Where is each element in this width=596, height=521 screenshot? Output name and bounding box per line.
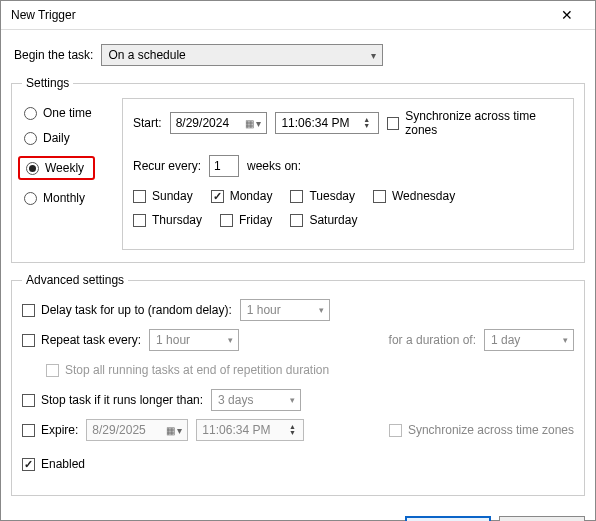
begin-task-label: Begin the task: bbox=[14, 48, 93, 62]
repeat-value: 1 hour bbox=[156, 333, 190, 347]
close-button[interactable]: ✕ bbox=[547, 1, 587, 29]
day-wednesday-label: Wednesday bbox=[392, 189, 455, 203]
sync-timezones-label: Synchronize across time zones bbox=[405, 109, 563, 137]
settings-legend: Settings bbox=[22, 76, 73, 90]
chevron-down-icon: ▾ bbox=[290, 395, 295, 405]
begin-task-combo[interactable]: On a schedule ▾ bbox=[101, 44, 383, 66]
close-icon: ✕ bbox=[561, 7, 573, 23]
day-tuesday-label: Tuesday bbox=[309, 189, 355, 203]
day-friday[interactable]: Friday bbox=[220, 213, 272, 227]
start-time-value: 11:06:34 PM bbox=[281, 116, 349, 130]
expire-time-value: 11:06:34 PM bbox=[202, 423, 270, 437]
checkbox-icon bbox=[133, 214, 146, 227]
start-time-picker[interactable]: 11:06:34 PM ▲▼ bbox=[275, 112, 378, 134]
delay-checkbox[interactable]: Delay task for up to (random delay): bbox=[22, 303, 232, 317]
day-tuesday[interactable]: Tuesday bbox=[290, 189, 355, 203]
radio-icon bbox=[26, 162, 39, 175]
spinner-icon: ▲▼ bbox=[286, 424, 298, 436]
checkbox-icon bbox=[389, 424, 402, 437]
expire-sync-label: Synchronize across time zones bbox=[408, 423, 574, 437]
radio-icon bbox=[24, 192, 37, 205]
checkbox-icon bbox=[22, 334, 35, 347]
stop-long-label: Stop task if it runs longer than: bbox=[41, 393, 203, 407]
for-duration-combo[interactable]: 1 day ▾ bbox=[484, 329, 574, 351]
expire-label: Expire: bbox=[41, 423, 78, 437]
checkbox-icon bbox=[373, 190, 386, 203]
freq-weekly[interactable]: Weekly bbox=[18, 156, 95, 180]
day-sunday-label: Sunday bbox=[152, 189, 193, 203]
radio-icon bbox=[24, 107, 37, 120]
checkbox-icon bbox=[22, 304, 35, 317]
stop-all-label: Stop all running tasks at end of repetit… bbox=[65, 363, 329, 377]
freq-monthly[interactable]: Monthly bbox=[24, 191, 112, 205]
checkbox-icon bbox=[220, 214, 233, 227]
advanced-legend: Advanced settings bbox=[22, 273, 128, 287]
for-duration-value: 1 day bbox=[491, 333, 520, 347]
day-saturday[interactable]: Saturday bbox=[290, 213, 357, 227]
freq-weekly-label: Weekly bbox=[45, 161, 84, 175]
expire-date-picker[interactable]: 8/29/2025 ▦ ▾ bbox=[86, 419, 188, 441]
window-title: New Trigger bbox=[11, 8, 547, 22]
calendar-dropdown-icon: ▦ ▾ bbox=[245, 118, 262, 129]
start-date-value: 8/29/2024 bbox=[176, 116, 229, 130]
expire-time-picker[interactable]: 11:06:34 PM ▲▼ bbox=[196, 419, 304, 441]
checkbox-icon bbox=[133, 190, 146, 203]
sync-timezones-checkbox[interactable]: Synchronize across time zones bbox=[387, 109, 563, 137]
cancel-button[interactable]: Cancel bbox=[499, 516, 585, 521]
chevron-down-icon: ▾ bbox=[563, 335, 568, 345]
settings-group: Settings One time Daily Weekly bbox=[11, 76, 585, 263]
checkbox-icon bbox=[22, 424, 35, 437]
chevron-down-icon: ▾ bbox=[319, 305, 324, 315]
begin-task-value: On a schedule bbox=[108, 48, 185, 62]
start-date-picker[interactable]: 8/29/2024 ▦ ▾ bbox=[170, 112, 268, 134]
checkbox-icon bbox=[22, 394, 35, 407]
expire-sync-checkbox: Synchronize across time zones bbox=[389, 423, 574, 437]
spinner-icon: ▲▼ bbox=[361, 117, 373, 129]
checkbox-icon bbox=[22, 458, 35, 471]
checkbox-icon bbox=[290, 190, 303, 203]
checkbox-icon bbox=[387, 117, 399, 130]
freq-daily[interactable]: Daily bbox=[24, 131, 112, 145]
weeks-on-label: weeks on: bbox=[247, 159, 301, 173]
radio-icon bbox=[24, 132, 37, 145]
recur-weeks-input[interactable]: 1 bbox=[209, 155, 239, 177]
day-thursday-label: Thursday bbox=[152, 213, 202, 227]
expire-checkbox[interactable]: Expire: bbox=[22, 423, 78, 437]
stop-long-checkbox[interactable]: Stop task if it runs longer than: bbox=[22, 393, 203, 407]
chevron-down-icon: ▾ bbox=[228, 335, 233, 345]
freq-one-time[interactable]: One time bbox=[24, 106, 112, 120]
repeat-combo[interactable]: 1 hour ▾ bbox=[149, 329, 239, 351]
checkbox-icon bbox=[211, 190, 224, 203]
day-wednesday[interactable]: Wednesday bbox=[373, 189, 455, 203]
day-sunday[interactable]: Sunday bbox=[133, 189, 193, 203]
ok-button[interactable]: OK bbox=[405, 516, 491, 521]
chevron-down-icon: ▾ bbox=[371, 50, 376, 61]
delay-value: 1 hour bbox=[247, 303, 281, 317]
day-monday[interactable]: Monday bbox=[211, 189, 273, 203]
enabled-checkbox[interactable]: Enabled bbox=[22, 457, 85, 471]
repeat-checkbox[interactable]: Repeat task every: bbox=[22, 333, 141, 347]
stop-long-combo[interactable]: 3 days ▾ bbox=[211, 389, 301, 411]
for-duration-label: for a duration of: bbox=[389, 333, 476, 347]
calendar-dropdown-icon: ▦ ▾ bbox=[166, 425, 183, 436]
freq-monthly-label: Monthly bbox=[43, 191, 85, 205]
recur-label: Recur every: bbox=[133, 159, 201, 173]
schedule-panel: Start: 8/29/2024 ▦ ▾ 11:06:34 PM ▲▼ Sync… bbox=[122, 98, 574, 250]
titlebar: New Trigger ✕ bbox=[1, 1, 595, 30]
new-trigger-dialog: New Trigger ✕ Begin the task: On a sched… bbox=[0, 0, 596, 521]
stop-long-value: 3 days bbox=[218, 393, 253, 407]
stop-all-checkbox: Stop all running tasks at end of repetit… bbox=[46, 363, 329, 377]
advanced-group: Advanced settings Delay task for up to (… bbox=[11, 273, 585, 496]
freq-daily-label: Daily bbox=[43, 131, 70, 145]
checkbox-icon bbox=[290, 214, 303, 227]
freq-one-time-label: One time bbox=[43, 106, 92, 120]
start-label: Start: bbox=[133, 116, 162, 130]
day-friday-label: Friday bbox=[239, 213, 272, 227]
checkbox-icon bbox=[46, 364, 59, 377]
delay-combo[interactable]: 1 hour ▾ bbox=[240, 299, 330, 321]
day-saturday-label: Saturday bbox=[309, 213, 357, 227]
recur-weeks-value: 1 bbox=[214, 159, 221, 173]
day-thursday[interactable]: Thursday bbox=[133, 213, 202, 227]
repeat-label: Repeat task every: bbox=[41, 333, 141, 347]
enabled-label: Enabled bbox=[41, 457, 85, 471]
